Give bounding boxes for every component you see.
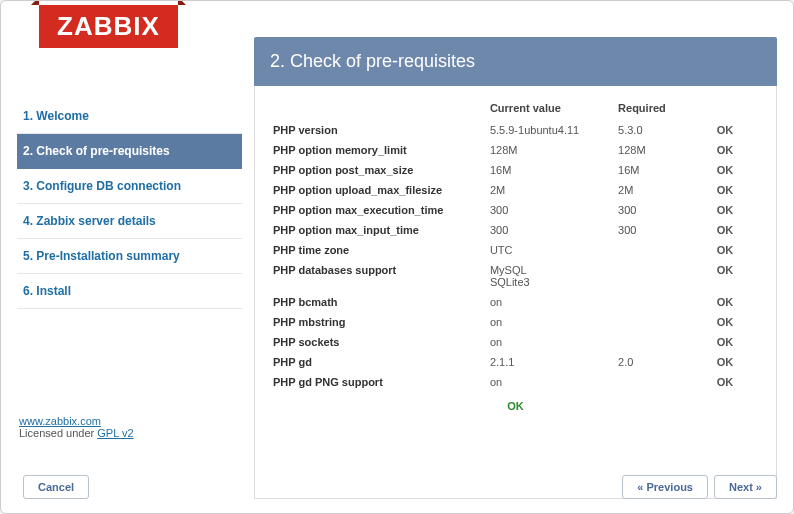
col-name [269, 96, 486, 120]
content-area: 2. Check of pre-requisites Current value… [254, 37, 777, 499]
table-row: PHP mbstringonOK [269, 312, 762, 332]
req-status: OK [713, 160, 762, 180]
req-name: PHP version [269, 120, 486, 140]
step-item[interactable]: 2. Check of pre-requisites [17, 134, 242, 169]
req-status: OK [713, 312, 762, 332]
table-row: PHP databases supportMySQLSQLite3OK [269, 260, 762, 292]
step-item[interactable]: 1. Welcome [17, 99, 242, 134]
req-required: 300 [614, 200, 713, 220]
step-item[interactable]: 3. Configure DB connection [17, 169, 242, 204]
requirements-table: Current value Required PHP version5.5.9-… [269, 96, 762, 392]
content-body: Current value Required PHP version5.5.9-… [254, 86, 777, 499]
req-required [614, 312, 713, 332]
table-header-row: Current value Required [269, 96, 762, 120]
req-current: on [486, 332, 614, 352]
req-name: PHP option max_execution_time [269, 200, 486, 220]
req-current: 5.5.9-1ubuntu4.11 [486, 120, 614, 140]
req-name: PHP gd PNG support [269, 372, 486, 392]
req-required: 128M [614, 140, 713, 160]
req-required: 300 [614, 220, 713, 240]
req-required: 2.0 [614, 352, 713, 372]
req-current: 300 [486, 200, 614, 220]
step-item[interactable]: 6. Install [17, 274, 242, 309]
req-current: on [486, 292, 614, 312]
req-required [614, 240, 713, 260]
req-name: PHP option max_input_time [269, 220, 486, 240]
req-current: on [486, 372, 614, 392]
steps-list: 1. Welcome2. Check of pre-requisites3. C… [17, 99, 242, 409]
table-row: PHP version5.5.9-1ubuntu4.115.3.0OK [269, 120, 762, 140]
req-current: 300 [486, 220, 614, 240]
req-required: 16M [614, 160, 713, 180]
step-item[interactable]: 5. Pre-Installation summary [17, 239, 242, 274]
req-current: MySQLSQLite3 [486, 260, 614, 292]
logo-banner: ZABBIX [39, 5, 178, 48]
cancel-button[interactable]: Cancel [23, 475, 89, 499]
req-name: PHP bcmath [269, 292, 486, 312]
req-status: OK [713, 120, 762, 140]
req-required: 2M [614, 180, 713, 200]
req-status: OK [713, 140, 762, 160]
footer: Cancel « Previous Next » [17, 475, 777, 499]
table-row: PHP option max_execution_time300300OK [269, 200, 762, 220]
req-required [614, 260, 713, 292]
table-row: PHP option post_max_size16M16MOK [269, 160, 762, 180]
page-title: 2. Check of pre-requisites [254, 37, 777, 86]
req-status: OK [713, 200, 762, 220]
req-name: PHP option upload_max_filesize [269, 180, 486, 200]
license-prefix: Licensed under [19, 427, 97, 439]
zabbix-link[interactable]: www.zabbix.com [19, 415, 101, 427]
req-status: OK [713, 352, 762, 372]
req-name: PHP time zone [269, 240, 486, 260]
next-button[interactable]: Next » [714, 475, 777, 499]
table-row: PHP time zoneUTCOK [269, 240, 762, 260]
req-required [614, 372, 713, 392]
req-name: PHP gd [269, 352, 486, 372]
table-row: PHP gd PNG supportonOK [269, 372, 762, 392]
step-item[interactable]: 4. Zabbix server details [17, 204, 242, 239]
table-row: PHP gd2.1.12.0OK [269, 352, 762, 372]
req-required: 5.3.0 [614, 120, 713, 140]
req-required [614, 332, 713, 352]
req-status: OK [713, 332, 762, 352]
req-current: 2M [486, 180, 614, 200]
req-status: OK [713, 180, 762, 200]
installer-window: ZABBIX 1. Welcome2. Check of pre-requisi… [0, 0, 794, 514]
req-name: PHP option post_max_size [269, 160, 486, 180]
req-current: 16M [486, 160, 614, 180]
table-row: PHP option memory_limit128M128MOK [269, 140, 762, 160]
overall-status: OK [269, 392, 762, 416]
sidebar: 1. Welcome2. Check of pre-requisites3. C… [17, 37, 242, 499]
req-required [614, 292, 713, 312]
previous-button[interactable]: « Previous [622, 475, 708, 499]
req-name: PHP mbstring [269, 312, 486, 332]
col-current: Current value [486, 96, 614, 120]
req-current: 128M [486, 140, 614, 160]
col-required: Required [614, 96, 713, 120]
table-row: PHP bcmathonOK [269, 292, 762, 312]
main-layout: 1. Welcome2. Check of pre-requisites3. C… [1, 1, 793, 513]
license-link[interactable]: GPL v2 [97, 427, 133, 439]
req-status: OK [713, 292, 762, 312]
req-status: OK [713, 372, 762, 392]
col-status [713, 96, 762, 120]
req-current: 2.1.1 [486, 352, 614, 372]
req-status: OK [713, 240, 762, 260]
req-name: PHP sockets [269, 332, 486, 352]
req-name: PHP option memory_limit [269, 140, 486, 160]
req-current: UTC [486, 240, 614, 260]
table-row: PHP option max_input_time300300OK [269, 220, 762, 240]
table-row: PHP socketsonOK [269, 332, 762, 352]
req-current: on [486, 312, 614, 332]
req-name: PHP databases support [269, 260, 486, 292]
req-status: OK [713, 260, 762, 292]
table-row: PHP option upload_max_filesize2M2MOK [269, 180, 762, 200]
req-status: OK [713, 220, 762, 240]
